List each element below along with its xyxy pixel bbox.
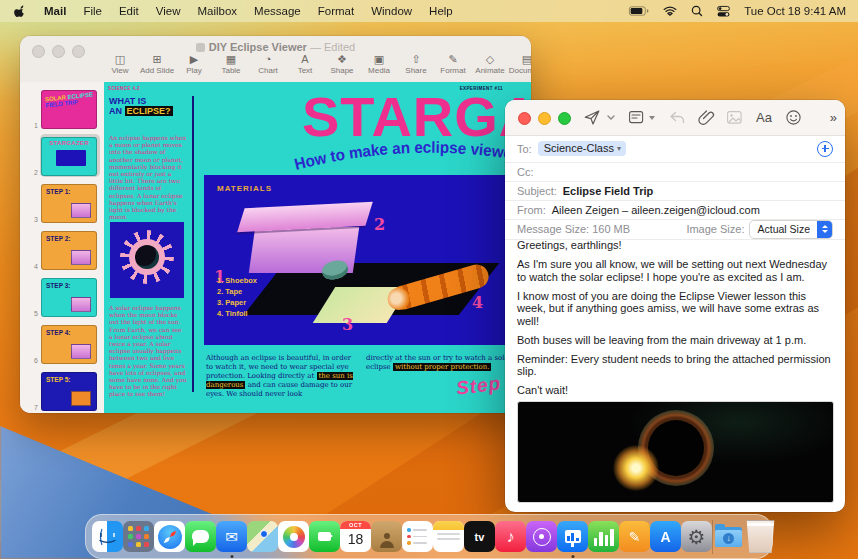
- slide-thumbnail-2[interactable]: STARGAZER: [41, 137, 97, 176]
- document-button[interactable]: ▤Document: [515, 54, 531, 75]
- menu-app-name[interactable]: Mail: [44, 5, 66, 17]
- from-field[interactable]: From: Aileen Zeigen – aileen.zeigen@iclo…: [505, 200, 845, 220]
- animate-button[interactable]: ◇Animate: [478, 54, 502, 75]
- dock-contacts[interactable]: [371, 521, 402, 552]
- dock-trash[interactable]: [744, 520, 777, 553]
- send-options-chevron-icon[interactable]: [607, 106, 622, 130]
- view-button[interactable]: ◫View: [108, 54, 132, 75]
- dock-facetime[interactable]: [309, 521, 340, 552]
- format-button[interactable]: ✎Format: [441, 54, 465, 75]
- menu-item-format[interactable]: Format: [318, 5, 354, 17]
- running-indicator: [230, 555, 233, 558]
- slide-thumbnail-5[interactable]: STEP 3:: [41, 278, 97, 317]
- figure-number-2: 2: [374, 215, 385, 234]
- menu-item-view[interactable]: View: [156, 5, 181, 17]
- attach-button[interactable]: [692, 106, 720, 130]
- chart-label: Chart: [258, 66, 278, 75]
- close-button[interactable]: [518, 112, 531, 125]
- dock-music[interactable]: ♪: [495, 521, 526, 552]
- dock-notes[interactable]: [433, 521, 464, 552]
- add-recipient-button[interactable]: [817, 141, 833, 157]
- shape-button[interactable]: ❖Shape: [330, 54, 354, 75]
- materials-item-1: 1. Shoebox: [217, 275, 257, 286]
- recipient-token[interactable]: Science-Class ▾: [538, 141, 626, 157]
- battery-icon[interactable]: [629, 6, 649, 16]
- menu-item-help[interactable]: Help: [429, 5, 453, 17]
- media-button[interactable]: ▣Media: [367, 54, 391, 75]
- add-slide-button[interactable]: ⊞Add Slide: [145, 54, 169, 75]
- menu-item-window[interactable]: Window: [371, 5, 412, 17]
- zoom-button[interactable]: [558, 112, 571, 125]
- subject-field[interactable]: Subject: Eclipse Field Trip: [505, 181, 845, 201]
- reply-button[interactable]: [662, 106, 692, 130]
- toolbar-overflow-icon[interactable]: »: [830, 110, 837, 125]
- keynote-titlebar[interactable]: DIY Eclipse Viewer — Edited ◫View ⊞Add S…: [20, 36, 531, 83]
- slide-paragraph-2: A solar eclipse happens when the moon bl…: [109, 304, 187, 398]
- spotlight-search-icon[interactable]: [691, 5, 703, 17]
- dock-system-settings[interactable]: ⚙: [681, 521, 712, 552]
- slide-canvas[interactable]: SCIENCE 4.2 EXPERIMENT #11 WHAT IS AN EC…: [104, 82, 531, 413]
- apple-menu-icon[interactable]: [14, 4, 27, 19]
- cc-field[interactable]: Cc:: [505, 162, 845, 182]
- send-button[interactable]: [577, 106, 607, 130]
- play-button[interactable]: ▶Play: [182, 54, 206, 75]
- dock-safari[interactable]: [154, 521, 185, 552]
- slide-thumbnail-1[interactable]: SOLAR ECLIPSE FIELD TRIP: [41, 90, 97, 129]
- slide-thumbnail-7[interactable]: STEP 5:: [41, 372, 97, 411]
- slide-paragraph-1: An eclipse happens when a moon or planet…: [109, 134, 187, 220]
- dock-photos[interactable]: [278, 521, 309, 552]
- eclipse-photo-attachment[interactable]: [517, 401, 834, 503]
- dock-keynote[interactable]: [557, 521, 588, 552]
- subject-label: Subject:: [517, 185, 557, 197]
- body-paragraph: Can't wait!: [517, 384, 833, 397]
- slide-number: 1: [20, 122, 41, 129]
- slide-number: 6: [20, 357, 41, 364]
- keynote-toolbar: ◫View ⊞Add Slide ▶Play ▦Table ◔Chart ATe…: [108, 54, 525, 82]
- menu-item-file[interactable]: File: [83, 5, 102, 17]
- dock-app-store[interactable]: A: [650, 521, 681, 552]
- dock-downloads[interactable]: ↓: [713, 521, 744, 552]
- dock-pages[interactable]: ✎: [619, 521, 650, 552]
- image-size-popup[interactable]: Actual Size: [749, 220, 833, 239]
- slide-thumbnail-4[interactable]: STEP 2:: [41, 231, 97, 270]
- menu-item-message[interactable]: Message: [254, 5, 301, 17]
- dock-finder[interactable]: [92, 521, 123, 552]
- table-button[interactable]: ▦Table: [219, 54, 243, 75]
- control-center-icon[interactable]: [717, 6, 730, 17]
- svg-text:How to make an eclipse viewer!: How to make an eclipse viewer!: [293, 139, 525, 173]
- bullet-icon: [407, 528, 411, 532]
- dock-calendar[interactable]: OCT 18: [340, 521, 371, 552]
- text-button[interactable]: AText: [293, 54, 317, 75]
- dock-launchpad[interactable]: [123, 521, 154, 552]
- dock-mail[interactable]: ✉: [216, 521, 247, 552]
- mail-toolbar[interactable]: Aa »: [505, 100, 845, 136]
- launchpad-grid-icon: [128, 526, 133, 531]
- slide-thumbnail-3[interactable]: STEP 1:: [41, 184, 97, 223]
- insert-photo-button[interactable]: [720, 106, 749, 130]
- view-icon: ◫: [115, 54, 125, 65]
- running-indicator: [571, 555, 574, 558]
- menu-item-edit[interactable]: Edit: [119, 5, 139, 17]
- wifi-icon[interactable]: [663, 6, 677, 16]
- to-field[interactable]: To: Science-Class ▾: [505, 135, 845, 163]
- bullet-icon: [407, 535, 411, 539]
- dock-podcasts[interactable]: [526, 521, 557, 552]
- menu-clock[interactable]: Tue Oct 18 9:41 AM: [744, 5, 846, 17]
- to-label: To:: [517, 143, 532, 155]
- share-button[interactable]: ⇧Share: [404, 54, 428, 75]
- minimize-button[interactable]: [538, 112, 551, 125]
- emoji-button[interactable]: [779, 106, 808, 130]
- message-body[interactable]: Greetings, earthlings! As I'm sure you a…: [517, 239, 833, 428]
- dock-maps[interactable]: [247, 521, 278, 552]
- header-fields-button[interactable]: [622, 106, 662, 130]
- dock-messages[interactable]: [185, 521, 216, 552]
- menu-item-mailbox[interactable]: Mailbox: [197, 5, 237, 17]
- format-text-button[interactable]: Aa: [749, 106, 779, 130]
- document-proxy-icon[interactable]: [196, 43, 205, 52]
- dock-reminders[interactable]: [402, 521, 433, 552]
- dock-numbers[interactable]: [588, 521, 619, 552]
- dock-tv[interactable]: tv: [464, 521, 495, 552]
- table-icon: ▦: [226, 54, 236, 65]
- slide-thumbnail-6[interactable]: STEP 4:: [41, 325, 97, 364]
- chart-button[interactable]: ◔Chart: [256, 54, 280, 75]
